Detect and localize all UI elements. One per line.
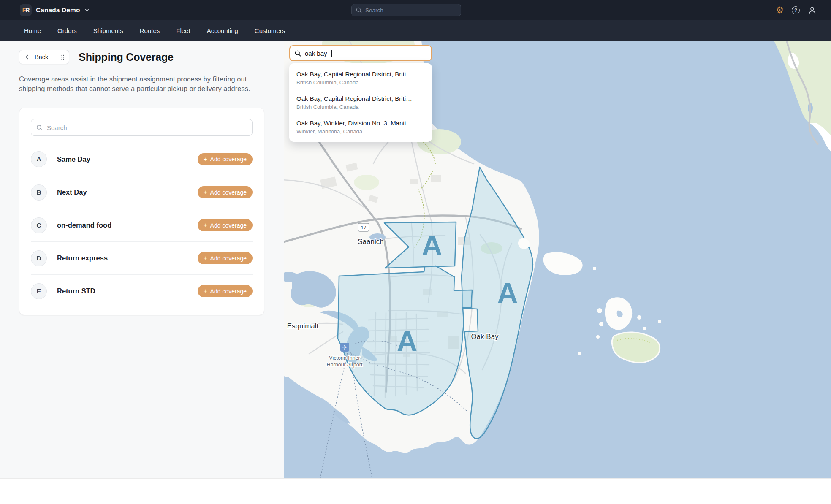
shipping-methods-card: Search A Same Day +Add coverage B Next D… bbox=[19, 108, 264, 315]
method-name: Return express bbox=[57, 254, 108, 262]
plus-icon: + bbox=[204, 287, 207, 295]
method-row-on-demand-food: C on-demand food +Add coverage bbox=[31, 209, 253, 241]
method-badge: C bbox=[31, 217, 47, 233]
global-search-input[interactable]: Search bbox=[351, 4, 461, 16]
method-row-return-express: D Return express +Add coverage bbox=[31, 241, 253, 274]
chevron-down-icon bbox=[85, 8, 89, 12]
search-result-item[interactable]: Oak Bay, Capital Regional District, Brit… bbox=[289, 66, 432, 90]
grid-menu-button[interactable] bbox=[54, 50, 69, 64]
nav-item-shipments[interactable]: Shipments bbox=[93, 27, 123, 34]
result-title: Oak Bay, Capital Regional District, Brit… bbox=[296, 70, 425, 78]
search-icon bbox=[356, 7, 362, 13]
result-subtitle: Winkler, Manitoba, Canada bbox=[296, 128, 425, 135]
back-arrow-icon bbox=[25, 54, 31, 60]
add-coverage-button[interactable]: +Add coverage bbox=[198, 252, 253, 264]
airport-icon: ✈ bbox=[340, 343, 349, 352]
plus-icon: + bbox=[204, 155, 207, 163]
org-name: Canada Demo bbox=[36, 6, 80, 14]
label-oak-bay: Oak Bay bbox=[471, 333, 499, 341]
search-result-item[interactable]: Oak Bay, Capital Regional District, Brit… bbox=[289, 90, 432, 115]
shipping-coverage-panel: Back Shipping Coverage Coverage areas as… bbox=[0, 41, 284, 478]
page-title: Shipping Coverage bbox=[79, 51, 173, 63]
back-label: Back bbox=[35, 54, 48, 60]
svg-text:17: 17 bbox=[361, 225, 367, 230]
nav-item-accounting[interactable]: Accounting bbox=[207, 27, 238, 34]
gear-icon[interactable]: ⚙ bbox=[776, 6, 784, 15]
method-badge: A bbox=[31, 151, 47, 167]
method-name: on-demand food bbox=[57, 221, 111, 229]
main-nav: Home Orders Shipments Routes Fleet Accou… bbox=[0, 20, 831, 41]
grid-icon bbox=[59, 54, 65, 60]
nav-item-customers[interactable]: Customers bbox=[255, 27, 285, 34]
label-airport-line1: Victoria Inner bbox=[329, 355, 360, 361]
method-name: Same Day bbox=[57, 155, 90, 163]
method-badge: D bbox=[31, 250, 47, 266]
map-search-results: Oak Bay, Capital Regional District, Brit… bbox=[289, 63, 432, 142]
map-search-value: oak bay bbox=[305, 50, 327, 57]
zone-letter-a2: A bbox=[497, 277, 518, 309]
add-coverage-button[interactable]: +Add coverage bbox=[198, 153, 253, 165]
highway-17-shield: 17 bbox=[358, 223, 369, 231]
org-switcher[interactable]: FR Canada Demo bbox=[20, 4, 89, 16]
methods-search-input[interactable]: Search bbox=[31, 119, 253, 136]
add-coverage-button[interactable]: +Add coverage bbox=[198, 219, 253, 231]
back-button[interactable]: Back bbox=[19, 50, 54, 64]
label-saanich: Saanich bbox=[358, 238, 383, 246]
nav-item-home[interactable]: Home bbox=[24, 27, 41, 34]
footer-strip bbox=[0, 478, 831, 504]
method-name: Return STD bbox=[57, 287, 95, 295]
global-search-placeholder: Search bbox=[365, 7, 383, 14]
search-result-item[interactable]: Oak Bay, Winkler, Division No. 3, Manit…… bbox=[289, 115, 432, 139]
search-icon bbox=[36, 125, 43, 131]
logo-letter-f: F bbox=[22, 7, 26, 14]
park bbox=[354, 175, 379, 190]
nav-item-orders[interactable]: Orders bbox=[57, 27, 77, 34]
coverage-map[interactable]: 17 ✈ A A A Saanich Esquimalt Oak Bay Vic… bbox=[284, 41, 831, 478]
help-icon[interactable]: ? bbox=[792, 6, 800, 14]
method-badge: B bbox=[31, 184, 47, 201]
top-app-bar: FR Canada Demo Search ⚙ ? bbox=[0, 0, 831, 20]
method-row-same-day: A Same Day +Add coverage bbox=[31, 143, 253, 176]
plus-icon: + bbox=[204, 188, 207, 196]
zone-letter-a1: A bbox=[421, 229, 442, 261]
search-icon bbox=[295, 50, 301, 57]
label-esquimalt: Esquimalt bbox=[287, 322, 319, 330]
result-title: Oak Bay, Capital Regional District, Brit… bbox=[296, 95, 425, 102]
methods-search-placeholder: Search bbox=[47, 124, 67, 131]
app-logo: FR bbox=[20, 4, 32, 16]
svg-text:✈: ✈ bbox=[342, 344, 348, 351]
nav-item-fleet[interactable]: Fleet bbox=[176, 27, 190, 34]
plus-icon: + bbox=[204, 254, 207, 262]
back-button-group: Back bbox=[19, 50, 69, 64]
user-icon[interactable] bbox=[808, 6, 817, 15]
page-description: Coverage areas assist in the shipment as… bbox=[19, 74, 266, 94]
plus-icon: + bbox=[204, 221, 207, 229]
method-row-next-day: B Next Day +Add coverage bbox=[31, 176, 253, 209]
add-coverage-button[interactable]: +Add coverage bbox=[198, 186, 253, 198]
zone-letter-a3: A bbox=[396, 325, 417, 357]
text-caret bbox=[331, 50, 332, 57]
result-title: Oak Bay, Winkler, Division No. 3, Manit… bbox=[296, 119, 425, 127]
logo-letter-r: R bbox=[25, 7, 29, 14]
result-subtitle: British Columbia, Canada bbox=[296, 79, 425, 86]
nav-item-routes[interactable]: Routes bbox=[140, 27, 160, 34]
map-search-input[interactable]: oak bay bbox=[289, 45, 432, 61]
method-badge: E bbox=[31, 283, 47, 299]
method-name: Next Day bbox=[57, 188, 87, 196]
result-subtitle: British Columbia, Canada bbox=[296, 104, 425, 110]
add-coverage-button[interactable]: +Add coverage bbox=[198, 285, 253, 297]
method-row-return-std: E Return STD +Add coverage bbox=[31, 274, 253, 307]
label-airport-line2: Harbour Airport bbox=[327, 362, 363, 368]
